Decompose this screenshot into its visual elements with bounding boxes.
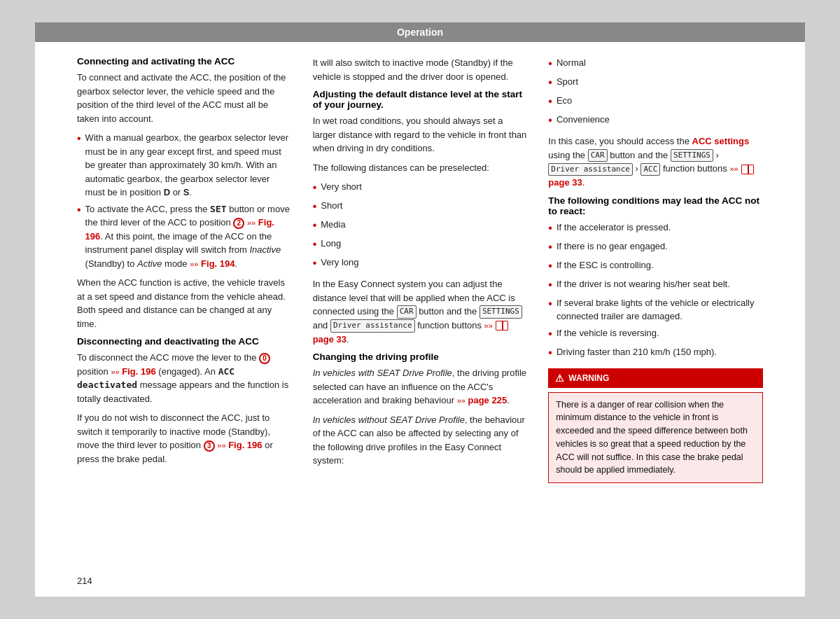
- header-title: Operation: [397, 27, 443, 38]
- distance-label-very-long: Very long: [321, 256, 358, 270]
- column-3: • Normal • Sport • Eco • Convenience In …: [548, 56, 763, 483]
- profile-label-eco: Eco: [556, 94, 572, 108]
- bullet-dot-sport: •: [548, 74, 552, 91]
- profile-label-convenience: Convenience: [556, 113, 610, 127]
- distance-label-long: Long: [321, 237, 341, 251]
- bullet-dot-c3: •: [548, 258, 552, 274]
- para-without-drive-profile: In vehicles without SEAT Drive Profile, …: [313, 413, 528, 468]
- page: Operation Connecting and activating the …: [35, 22, 805, 597]
- para-disconnect-2: If you do not wish to disconnect the ACC…: [77, 411, 292, 466]
- bullet-dot-c5: •: [548, 295, 552, 312]
- condition-seatbelt: • If the driver is not wearing his/her s…: [548, 277, 763, 293]
- bullet-dot-c4: •: [548, 277, 552, 293]
- section-title-disconnecting: Disconnecting and deactivating the ACC: [77, 336, 292, 347]
- profiles-list: • Normal • Sport • Eco • Convenience: [548, 56, 763, 129]
- para-access-acc: In this case, you should access the ACC …: [548, 134, 763, 190]
- bullet-dot-l: •: [313, 236, 317, 253]
- warning-triangle-icon: ⚠: [555, 373, 564, 384]
- bullet-dot-convenience: •: [548, 112, 552, 129]
- column-1: Connecting and activating the ACC To con…: [77, 56, 292, 483]
- bullet-dot-vs: •: [313, 179, 317, 196]
- para-disconnect-1: To disconnect the ACC move the lever to …: [77, 351, 292, 405]
- distance-label-very-short: Very short: [321, 180, 362, 194]
- bullet-dot-vl: •: [313, 255, 317, 272]
- distance-very-long: • Very long: [313, 256, 528, 272]
- distance-long: • Long: [313, 237, 528, 253]
- profile-label-normal: Normal: [556, 56, 586, 70]
- condition-reversing: • If the vehicle is reversing.: [548, 326, 763, 342]
- profile-sport: • Sport: [548, 75, 763, 91]
- distance-media: • Media: [313, 218, 528, 234]
- condition-text-reversing: If the vehicle is reversing.: [556, 326, 659, 340]
- condition-brake-lights: • If several brake lights of the vehicle…: [548, 296, 763, 324]
- bullet-dot-s: •: [313, 198, 317, 215]
- bullet-dot-c1: •: [548, 220, 552, 237]
- section-title-adjusting: Adjusting the default distance level at …: [313, 89, 528, 110]
- column-2: It will also switch to inactive mode (St…: [313, 56, 528, 483]
- distances-list: • Very short • Short • Media • Long •: [313, 180, 528, 272]
- bullet-text-gearbox: With a manual gearbox, the gearbox selec…: [85, 131, 292, 200]
- para-preselected: The following distances can be preselect…: [313, 161, 528, 175]
- para-with-drive-profile: In vehicles with SEAT Drive Profile, the…: [313, 366, 528, 408]
- profile-normal: • Normal: [548, 56, 763, 72]
- bullet-text-activate: To activate the ACC, press the SET butto…: [85, 202, 292, 271]
- warning-text: There is a danger of rear collision when…: [556, 400, 748, 475]
- condition-text-esc: If the ESC is controlling.: [556, 258, 654, 272]
- section-title-connecting: Connecting and activating the ACC: [77, 56, 292, 67]
- para-also-switch: It will also switch to inactive mode (St…: [313, 56, 528, 83]
- bullet-dot-c2: •: [548, 239, 552, 256]
- para-connect-1: To connect and activate the ACC, the pos…: [77, 71, 292, 125]
- distance-very-short: • Very short: [313, 180, 528, 196]
- bullet-dot: •: [77, 130, 81, 147]
- condition-text-brake-lights: If several brake lights of the vehicle o…: [556, 296, 763, 324]
- conditions-list: • If the accelerator is pressed. • If th…: [548, 221, 763, 361]
- bullet-dot-m: •: [313, 217, 317, 234]
- para-easy-connect: In the Easy Connect system you can adjus…: [313, 277, 528, 346]
- condition-text-accelerator: If the accelerator is pressed.: [556, 221, 671, 235]
- warning-header: ⚠ WARNING: [548, 368, 763, 388]
- distance-label-short: Short: [321, 199, 342, 213]
- para-wet-road: In wet road conditions, you should alway…: [313, 114, 528, 155]
- bullet-dot-2: •: [77, 202, 81, 218]
- bullet-item-activate: • To activate the ACC, press the SET but…: [77, 202, 292, 271]
- condition-speed: • Driving faster than 210 km/h (150 mph)…: [548, 345, 763, 361]
- condition-accelerator: • If the accelerator is pressed.: [548, 221, 763, 237]
- bullet-dot-c7: •: [548, 345, 552, 361]
- profile-eco: • Eco: [548, 94, 763, 110]
- warning-label: WARNING: [568, 373, 609, 383]
- para-when-active: When the ACC function is active, the veh…: [77, 276, 292, 331]
- bullet-dot-c6: •: [548, 326, 552, 342]
- condition-text-gear: If there is no gear engaged.: [556, 239, 668, 253]
- section-title-conditions: The following conditions may lead the AC…: [548, 195, 763, 216]
- content-area: Connecting and activating the ACC To con…: [35, 56, 805, 497]
- bullet-dot-eco: •: [548, 93, 552, 110]
- header-bar: Operation: [35, 22, 805, 42]
- condition-text-speed: Driving faster than 210 km/h (150 mph).: [556, 345, 717, 359]
- profile-label-sport: Sport: [556, 75, 578, 89]
- distance-label-media: Media: [321, 218, 345, 232]
- bullet-dot-normal: •: [548, 55, 552, 72]
- bullet-list-gearbox: • With a manual gearbox, the gearbox sel…: [77, 131, 292, 270]
- condition-text-seatbelt: If the driver is not wearing his/her sea…: [556, 277, 730, 291]
- section-title-driving-profile: Changing the driving profile: [313, 352, 528, 362]
- profile-convenience: • Convenience: [548, 113, 763, 129]
- distance-short: • Short: [313, 199, 528, 215]
- page-number: 214: [77, 576, 92, 586]
- warning-content: There is a danger of rear collision when…: [548, 392, 763, 484]
- bullet-item-gearbox: • With a manual gearbox, the gearbox sel…: [77, 131, 292, 200]
- condition-gear: • If there is no gear engaged.: [548, 239, 763, 256]
- condition-esc: • If the ESC is controlling.: [548, 258, 763, 274]
